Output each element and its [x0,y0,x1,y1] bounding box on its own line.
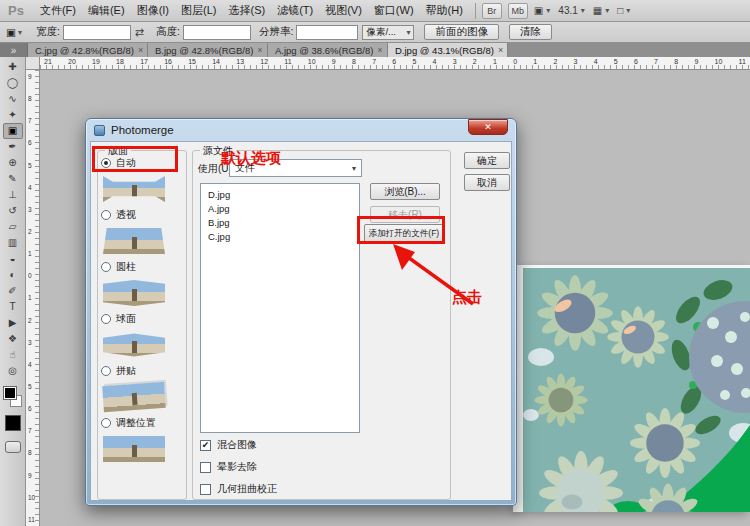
browse-button[interactable]: 浏览(B)... [370,183,440,200]
zoom-tool[interactable]: ◎ [3,363,23,379]
hand-tool[interactable]: ☝ [3,347,23,363]
height-label: 高度: [156,25,180,39]
window-icon: ▣ [534,5,543,16]
document-tab[interactable]: C.jpg @ 42.8%(RGB/8) × [28,43,148,57]
path-selection-tool[interactable]: ▶ [3,315,23,331]
menu-item[interactable]: 文件(F) [34,3,82,18]
gradient-tool[interactable]: ▥ [3,235,23,251]
menu-item[interactable]: 图像(I) [131,3,175,18]
menu-item[interactable]: 编辑(E) [82,3,131,18]
cancel-button[interactable]: 取消 [464,174,510,191]
bridge-icon[interactable]: Br [482,3,502,19]
width-label: 宽度: [36,25,60,39]
layout-thumbnail [101,173,167,205]
crop-tool-icon: ▣ [6,26,16,38]
view-extras-dropdown[interactable]: ▣ ▾ [534,5,550,16]
layout-option[interactable]: 拼贴 [101,364,167,413]
menu-item[interactable]: 帮助(H) [420,3,469,18]
pen-tool[interactable]: ✐ [3,283,23,299]
eraser-tool[interactable]: ▱ [3,219,23,235]
history-brush-tool[interactable]: ↺ [3,203,23,219]
file-list-item[interactable]: C.jpg [208,230,352,244]
dialog-close-button[interactable]: ✕ [468,119,508,135]
width-input[interactable] [63,25,131,40]
lasso-tool[interactable]: ∿ [3,91,23,107]
mini-bridge-icon[interactable]: Mb [508,3,528,19]
clear-button[interactable]: 清除 [509,24,552,40]
file-list-item[interactable]: B.jpg [208,216,352,230]
ok-button[interactable]: 确定 [464,152,510,169]
blur-tool[interactable]: ◒ [3,251,23,267]
radio-icon [101,262,111,272]
radio-icon [101,418,111,428]
dialog-checkbox[interactable]: ✔ 混合图像 [200,438,277,452]
swap-dimensions-icon[interactable]: ⇄ [135,26,144,39]
brush-tool[interactable]: ✎ [3,171,23,187]
document-tab[interactable]: B.jpg @ 42.8%(RGB/8) × [148,43,268,57]
check-icon: ✔ [202,441,210,450]
tab-close-icon[interactable]: × [498,45,503,55]
layout-option[interactable]: 圆柱 [101,260,167,309]
panorama-preview-icon [103,228,165,254]
height-input[interactable] [183,25,251,40]
close-icon: ✕ [484,122,492,132]
chevron-down-icon: ▾ [546,6,550,15]
panorama-preview-icon [102,382,166,412]
layout-option[interactable]: 球面 [101,312,167,361]
menu-item[interactable]: 选择(S) [222,3,271,18]
layout-thumbnail [101,381,167,413]
vertical-ruler: 98765432101234567891011 [26,70,40,526]
custom-shape-tool[interactable]: ❖ [3,331,23,347]
front-image-button[interactable]: 前面的图像 [424,24,499,40]
file-list-item[interactable]: A.jpg [208,202,352,216]
file-list-item[interactable]: D.jpg [208,188,352,202]
checkbox-icon: ✔ [200,440,211,451]
crop-tool[interactable]: ▣ [3,123,23,139]
layout-thumbnail [101,433,167,465]
resolution-unit-select[interactable]: 像素/... ▾ [362,25,414,40]
eyedropper-tool[interactable]: ✒ [3,139,23,155]
horizontal-ruler: 2120191817161514131211109876543210123456… [40,57,750,70]
tab-close-icon[interactable]: × [138,45,143,55]
document-tab-bar: » C.jpg @ 42.8%(RGB/8) × B.jpg @ 42.8%(R… [0,43,750,57]
quick-mask-icon[interactable] [5,441,21,453]
dodge-tool[interactable]: ◐ [3,267,23,283]
chevron-down-icon: ▾ [626,6,630,15]
resolution-unit-value: 像素/... [366,26,396,39]
marquee-tool[interactable]: ◯ [3,75,23,91]
layout-option[interactable]: 透视 [101,208,167,257]
screen-mode-dropdown[interactable]: □ ▾ [617,5,630,16]
panel-chevrons-icon[interactable]: » [0,43,28,57]
zoom-level-dropdown[interactable]: 43.1 ▾ [558,5,584,16]
foreground-color-large[interactable] [5,415,21,431]
menu-item[interactable]: 视图(V) [319,3,368,18]
menu-item[interactable]: 滤镜(T) [271,3,319,18]
menu-item[interactable]: 图层(L) [175,3,222,18]
layout-thumbnail [101,225,167,257]
dialog-title-bar[interactable]: Photomerge [86,119,516,141]
tab-close-icon[interactable]: × [257,45,262,55]
crop-tool-preset[interactable]: ▣ ▾ [0,26,28,38]
document-canvas-image [513,265,750,512]
healing-brush-tool[interactable]: ⊕ [3,155,23,171]
resolution-input[interactable] [296,25,358,40]
move-tool[interactable]: ✚ [3,59,23,75]
checkbox-icon: ✔ [200,484,211,495]
menu-item[interactable]: 窗口(W) [368,3,420,18]
chevron-down-icon: ▾ [18,28,22,37]
radio-icon [101,210,111,220]
color-swatches[interactable] [4,387,22,407]
document-tab[interactable]: D.jpg @ 43.1%(RGB/8) × [388,43,508,57]
layout-option[interactable]: 调整位置 [101,416,167,465]
source-file-list[interactable]: D.jpgA.jpgB.jpgC.jpg [200,183,360,433]
tab-close-icon[interactable]: × [377,45,382,55]
foreground-color-swatch[interactable] [4,387,16,399]
clone-stamp-tool[interactable]: ⊥ [3,187,23,203]
arrange-documents-dropdown[interactable]: ▦ ▾ [593,5,609,16]
dialog-checkbox[interactable]: ✔ 几何扭曲校正 [200,482,277,496]
quick-selection-tool[interactable]: ✦ [3,107,23,123]
panorama-preview-icon [103,436,165,462]
type-tool[interactable]: T [3,299,23,315]
dialog-checkbox[interactable]: ✔ 晕影去除 [200,460,277,474]
document-tab[interactable]: A.jpg @ 38.6%(RGB/8) × [268,43,388,57]
